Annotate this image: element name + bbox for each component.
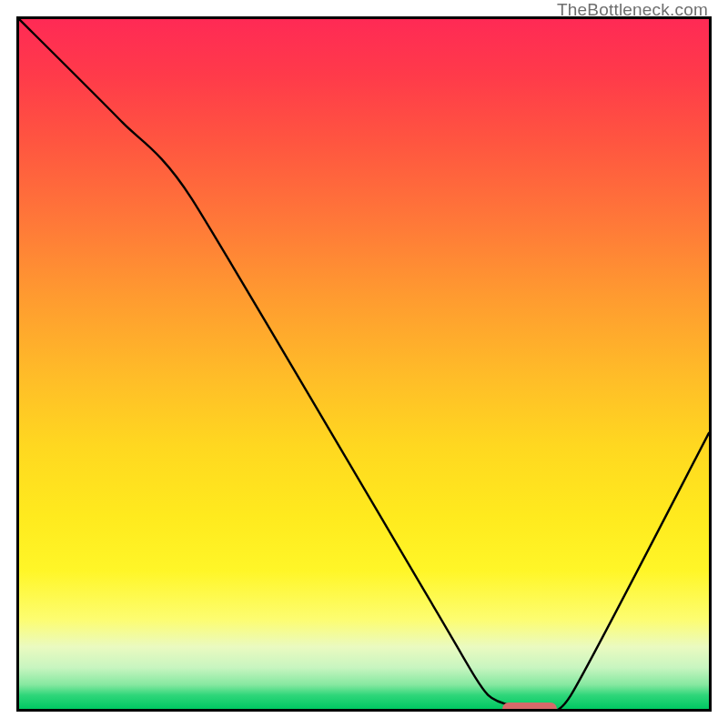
plot-area: [16, 16, 712, 712]
bottleneck-curve-path: [19, 19, 709, 709]
curve-layer: [19, 19, 709, 709]
bottleneck-chart: TheBottleneck.com: [0, 0, 728, 728]
optimal-range-marker: [502, 703, 558, 712]
